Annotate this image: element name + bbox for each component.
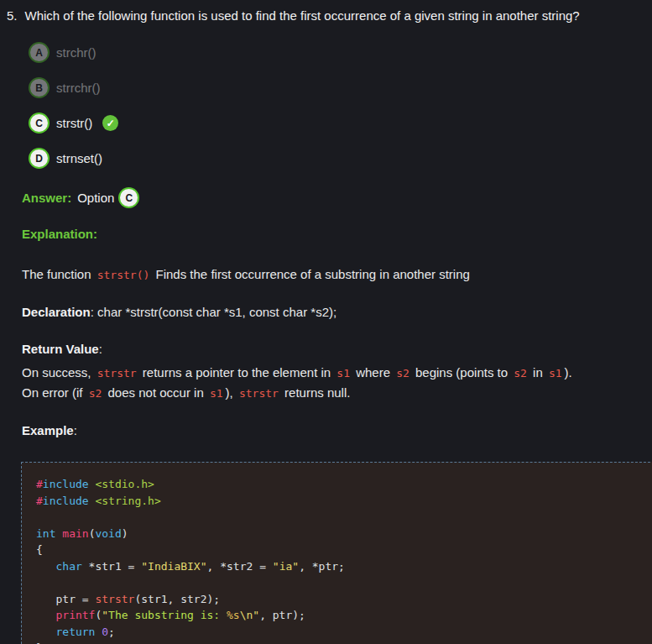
text-run: : xyxy=(74,423,77,437)
code-token: strstr xyxy=(95,593,134,605)
code-token: " xyxy=(102,609,108,621)
text-run: Finds the first occurrence of a substrin… xyxy=(152,267,470,281)
code-token: *str1 xyxy=(82,560,128,573)
quiz-page: 5. Which of the following function is us… xyxy=(0,0,652,644)
code-token: The substring is: xyxy=(108,609,227,621)
option-row-d[interactable]: Dstrnset() xyxy=(30,149,652,167)
inline-code: s1 xyxy=(546,367,565,380)
text-run: Return Value xyxy=(22,342,99,356)
code-line: ptr = strstr(str1, str2); xyxy=(36,591,644,608)
example-heading: Example: xyxy=(22,421,630,440)
code-token: return xyxy=(55,626,95,638)
option-row-a[interactable]: Astrchr() xyxy=(30,44,652,61)
option-label: strnset() xyxy=(56,151,102,165)
code-token: # xyxy=(36,495,43,507)
option-letter-badge: A xyxy=(30,44,48,61)
text-run: ), xyxy=(226,385,237,400)
code-line: { xyxy=(36,542,644,558)
options-list: Astrchr()Bstrrchr()Cstrstr()✓Dstrnset() xyxy=(30,44,652,167)
code-token: include xyxy=(43,478,89,490)
return-value-paragraph: On success, strstr returns a pointer to … xyxy=(22,363,630,403)
code-token: = xyxy=(259,560,266,573)
option-row-b[interactable]: Bstrrchr() xyxy=(30,79,652,97)
option-letter-badge: C xyxy=(30,114,48,132)
text-run: On success, xyxy=(22,365,95,380)
code-token: main xyxy=(62,527,88,540)
declaration-paragraph: Declaration: char *strstr(const char *s1… xyxy=(22,302,630,322)
code-token: void xyxy=(95,527,121,540)
inline-code: strstr xyxy=(95,367,139,380)
inline-code: s2 xyxy=(86,387,105,400)
inline-code: strstr xyxy=(237,387,281,400)
answer-letter-badge: C xyxy=(120,189,138,207)
correct-check-icon: ✓ xyxy=(102,115,118,131)
code-token: , *ptr; xyxy=(299,560,345,573)
code-token: <string.h> xyxy=(95,495,160,507)
text-run: begins (points to xyxy=(412,365,511,380)
code-token: { xyxy=(36,543,43,556)
code-token: , ptr); xyxy=(259,609,305,621)
code-line: printf("The substring is: %s\n", ptr); xyxy=(36,607,644,624)
question-text: Which of the following function is used … xyxy=(25,7,580,24)
code-line: char *str1 = "IndiaBIX", *str2 = "ia", *… xyxy=(36,558,644,575)
inline-code: s1 xyxy=(207,387,226,400)
code-token: \n xyxy=(240,609,253,621)
code-token: 0 xyxy=(102,626,108,638)
question-number: 5. xyxy=(7,7,18,24)
code-token xyxy=(36,609,55,621)
code-token: ) xyxy=(122,527,128,540)
code-line: int main(void) xyxy=(36,526,644,542)
code-token: char xyxy=(55,560,81,573)
code-token: "IndiaBIX" xyxy=(141,560,206,573)
code-token xyxy=(36,560,55,573)
inline-code: strstr() xyxy=(95,269,153,281)
code-token xyxy=(266,560,273,573)
explanation-heading: Explanation: xyxy=(22,227,652,241)
code-token: = xyxy=(82,593,89,605)
option-label: strrchr() xyxy=(56,81,101,95)
code-token: int xyxy=(36,527,55,540)
code-token: , *str2 xyxy=(207,560,260,573)
explanation-paragraph: The function strstr() Finds the first oc… xyxy=(22,264,630,285)
question: 5. Which of the following function is us… xyxy=(7,7,644,24)
code-token: ; xyxy=(108,626,115,638)
code-line xyxy=(36,574,644,591)
text-run: : char *strstr(const char *s1, const cha… xyxy=(91,305,336,319)
option-letter-badge: D xyxy=(30,149,48,167)
code-token: ptr xyxy=(36,593,82,605)
code-line xyxy=(36,509,644,526)
option-row-c[interactable]: Cstrstr()✓ xyxy=(30,114,652,132)
text-run: where xyxy=(352,365,394,380)
code-line: } xyxy=(36,640,644,644)
answer-line: Answer: Option C xyxy=(22,189,652,207)
text-run: returns null. xyxy=(281,385,351,400)
text-run: returns a pointer to the element in xyxy=(139,365,335,380)
answer-label: Answer: xyxy=(22,191,71,205)
option-letter-badge: B xyxy=(30,79,48,97)
text-run: Declaration xyxy=(22,305,91,319)
text-run: On error (if xyxy=(22,385,86,400)
option-label: strstr() xyxy=(56,116,92,130)
inline-code: s2 xyxy=(394,367,412,380)
return-value-heading: Return Value: xyxy=(22,339,630,359)
text-run: in xyxy=(529,365,546,380)
code-token: %s xyxy=(227,609,240,621)
inline-code: s1 xyxy=(334,367,352,380)
code-token: # xyxy=(36,478,43,490)
code-pre: #include <stdio.h>#include <string.h> in… xyxy=(36,476,644,644)
text-run: ). xyxy=(565,365,572,380)
code-line: #include <stdio.h> xyxy=(36,476,644,493)
code-token: include xyxy=(43,495,89,507)
code-line: #include <string.h> xyxy=(36,493,644,510)
code-token: <stdio.h> xyxy=(95,478,154,490)
code-line: return 0; xyxy=(36,624,644,641)
answer-option-word: Option xyxy=(77,191,114,205)
code-token: " xyxy=(253,609,259,621)
text-run: The function xyxy=(22,267,95,281)
code-token: (str1, str2); xyxy=(134,593,220,605)
option-label: strchr() xyxy=(56,45,96,60)
text-run: Example xyxy=(22,423,74,437)
code-block: #include <stdio.h>#include <string.h> in… xyxy=(21,462,652,644)
code-token: "ia" xyxy=(273,560,299,573)
code-token: printf xyxy=(55,609,95,621)
